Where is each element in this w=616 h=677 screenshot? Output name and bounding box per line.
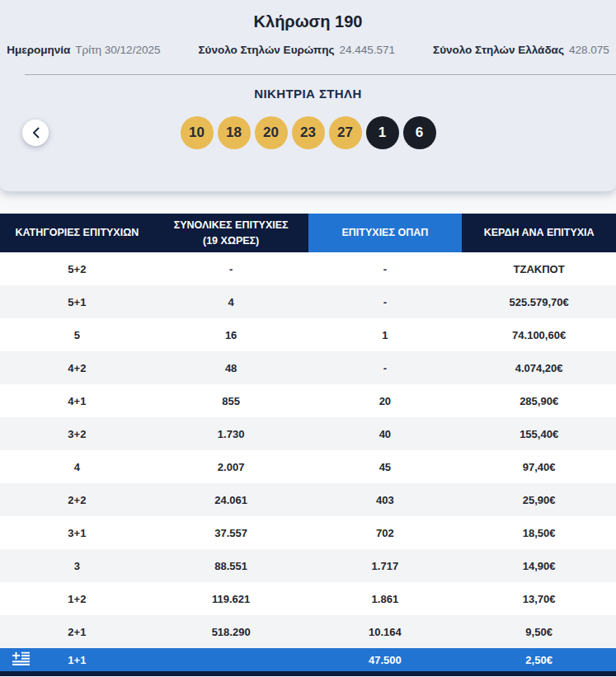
column-header-prize: ΚΕΡΔΗ ΑΝΑ ΕΠΙΤΥΧΙΑ [462,214,616,252]
table-row: 1+2 119.621 1.861 13,70€ [0,582,616,615]
draw-meta-row: Ημερομηνία Τρίτη 30/12/2025 Σύνολο Στηλώ… [0,44,616,56]
greek-flag-icon [12,652,30,668]
cell-prize: 18,50€ [462,516,616,549]
cell-opap-wins: 702 [308,516,463,549]
cell-category: 1+2 [0,582,154,615]
results-table-header: ΚΑΤΗΓΟΡΙΕΣ ΕΠΙΤΥΧΙΩΝ ΣΥΝΟΛΙΚΕΣ ΕΠΙΤΥΧΙΕΣ… [0,214,616,252]
cell-opap-wins: 10.164 [308,615,463,648]
greece-columns-label: Σύνολο Στηλών Ελλάδας [433,44,564,56]
chevron-left-icon [32,127,40,139]
draw-date-value: Τρίτη 30/12/2025 [75,44,160,56]
table-row: 5 16 1 74.100,60€ [0,318,616,351]
previous-draw-button[interactable] [22,120,49,146]
cell-total-wins: 855 [154,384,308,417]
cell-category: 1+1 [0,648,154,671]
table-row: 2+1 518.290 10.164 9,50€ [0,615,616,648]
greece-columns-value: 428.075 [569,44,609,56]
cell-total-wins [154,648,308,671]
winning-number-ball-main: 27 [329,116,362,149]
winning-number-ball-main: 18 [218,116,251,149]
results-table-body: 5+2 - - ΤΖΑΚΠΟΤ 5+1 4 - 525.579,70€ 5 16… [0,252,616,671]
cell-prize: 13,70€ [462,582,616,615]
cell-category: 4+2 [0,351,154,384]
winning-number-ball-main: 23 [292,116,325,149]
cell-total-wins: 119.621 [154,582,308,615]
cell-total-wins: 16 [154,318,308,351]
winning-numbers-row: 101820232716 [0,116,616,149]
cell-opap-wins: 1 [308,318,463,351]
table-row: 4+2 48 - 4.074,20€ [0,351,616,384]
cell-opap-wins: - [308,252,463,285]
cell-total-wins: 518.290 [154,615,308,648]
cell-category: 5 [0,318,154,351]
cell-category: 3+1 [0,516,154,549]
cell-opap-wins: 20 [308,384,463,417]
cell-total-wins: 1.730 [154,417,308,450]
table-row: 3 88.551 1.717 14,90€ [0,549,616,582]
table-row: 4 2.007 45 97,40€ [0,450,616,483]
cell-total-wins: 2.007 [154,450,308,483]
cell-total-wins: 88.551 [154,549,308,582]
cell-category: 3 [0,549,154,582]
cell-prize: 285,90€ [462,384,616,417]
cell-prize: 2,50€ [462,648,616,671]
cell-total-wins: 48 [154,351,308,384]
cell-prize: 25,90€ [462,483,616,516]
cell-prize: 97,40€ [462,450,616,483]
cell-category: 4+1 [0,384,154,417]
column-header-total-wins: ΣΥΝΟΛΙΚΕΣ ΕΠΙΤΥΧΙΕΣ(19 ΧΩΡΕΣ) [154,214,308,252]
table-row: 5+2 - - ΤΖΑΚΠΟΤ [0,252,616,285]
cell-category: 2+1 [0,615,154,648]
section-gap [0,191,616,214]
europe-columns-label: Σύνολο Στηλών Ευρώπης [198,44,334,56]
table-row: 5+1 4 - 525.579,70€ [0,285,616,318]
table-row: 1+1 47.500 2,50€ [0,648,616,671]
winning-number-ball-bonus: 6 [403,116,436,149]
cell-opap-wins: 403 [308,483,463,516]
cell-opap-wins: 1.861 [308,582,463,615]
cell-opap-wins: 40 [308,417,463,450]
draw-title: Κλήρωση 190 [0,0,616,31]
europe-columns-total: Σύνολο Στηλών Ευρώπης 24.445.571 [198,44,395,56]
cell-opap-wins: 1.717 [308,549,463,582]
flag-slot [12,652,30,668]
winning-number-ball-main: 20 [255,116,288,149]
draw-date: Ημερομηνία Τρίτη 30/12/2025 [7,44,160,56]
results-table: ΚΑΤΗΓΟΡΙΕΣ ΕΠΙΤΥΧΙΩΝ ΣΥΝΟΛΙΚΕΣ ΕΠΙΤΥΧΙΕΣ… [0,214,616,671]
draw-date-label: Ημερομηνία [7,44,70,56]
cell-prize: ΤΖΑΚΠΟΤ [462,252,616,285]
cell-total-wins: 37.557 [154,516,308,549]
cell-prize: 155,40€ [462,417,616,450]
cell-category: 5+1 [0,285,154,318]
column-header-opap-wins: ΕΠΙΤΥΧΙΕΣ ΟΠΑΠ [308,214,463,252]
cell-total-wins: 24.061 [154,483,308,516]
winning-number-ball-main: 10 [181,116,214,149]
draw-results-page: Κλήρωση 190 Ημερομηνία Τρίτη 30/12/2025 … [0,0,616,677]
draw-summary-card: Κλήρωση 190 Ημερομηνία Τρίτη 30/12/2025 … [0,0,616,191]
cell-prize: 9,50€ [462,615,616,648]
cell-category: 2+2 [0,483,154,516]
table-row: 2+2 24.061 403 25,90€ [0,483,616,516]
cell-category: 4 [0,450,154,483]
cell-opap-wins: 47.500 [308,648,463,671]
table-row: 4+1 855 20 285,90€ [0,384,616,417]
table-row: 3+1 37.557 702 18,50€ [0,516,616,549]
cell-category: 5+2 [0,252,154,285]
column-header-categories: ΚΑΤΗΓΟΡΙΕΣ ΕΠΙΤΥΧΙΩΝ [0,214,154,252]
cell-opap-wins: 45 [308,450,463,483]
cell-total-wins: 4 [154,285,308,318]
europe-columns-value: 24.445.571 [339,44,395,56]
winning-number-ball-bonus: 1 [366,116,399,149]
cell-prize: 4.074,20€ [462,351,616,384]
cell-prize: 525.579,70€ [462,285,616,318]
cell-total-wins: - [154,252,308,285]
winning-column-title: ΝΙΚΗΤΡΙΑ ΣΤΗΛΗ [0,75,616,101]
cell-opap-wins: - [308,285,463,318]
greece-columns-total: Σύνολο Στηλών Ελλάδας 428.075 [433,44,609,56]
cell-prize: 74.100,60€ [462,318,616,351]
table-footer-bar [0,671,616,676]
table-row: 3+2 1.730 40 155,40€ [0,417,616,450]
cell-category: 3+2 [0,417,154,450]
cell-opap-wins: - [308,351,463,384]
cell-prize: 14,90€ [462,549,616,582]
